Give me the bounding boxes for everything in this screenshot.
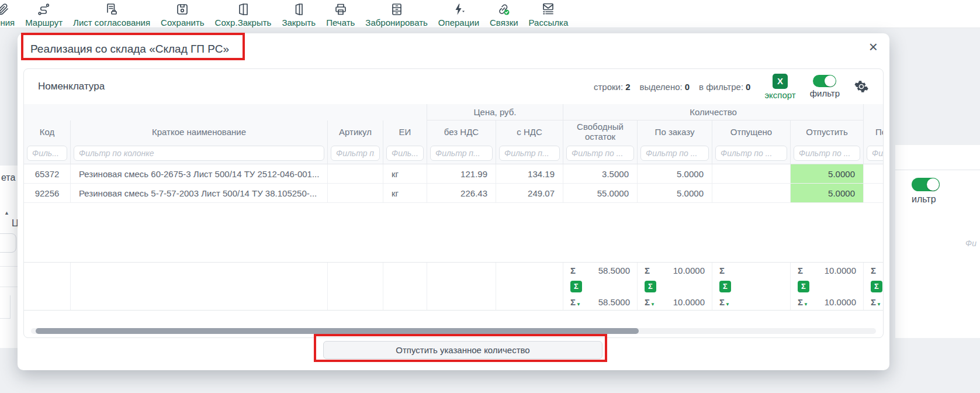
col-header-released[interactable]: Отпущено — [712, 120, 791, 143]
table-empty-area — [24, 203, 883, 262]
filter-input-price-no-vat[interactable] — [430, 146, 493, 161]
excel-export-icon: X — [773, 74, 788, 89]
filter-toggle-label: фильтр — [810, 88, 840, 98]
toolbar-item-label: Сохр.Закрыть — [215, 18, 272, 27]
divider — [10, 295, 11, 319]
panel-header: Номенклатура строки:2 выделено:0 в фильт… — [24, 69, 883, 104]
filter-cell — [383, 143, 427, 164]
col-header-code[interactable]: Код — [24, 120, 71, 143]
cell-price-no-vat: 121.99 — [427, 164, 496, 184]
sigma-sum-button[interactable]: Σ — [645, 281, 656, 292]
filter-input-by-order[interactable] — [640, 146, 709, 161]
close-icon[interactable]: × — [869, 39, 878, 54]
cell-po — [864, 164, 884, 184]
sigma-sum-button[interactable]: Σ — [719, 281, 731, 292]
filter-cell — [71, 143, 328, 164]
col-header-unit[interactable]: ЕИ — [383, 120, 427, 143]
toolbar-item-close[interactable]: Закрыть — [282, 2, 316, 27]
background-filter-placeholder-fragment: Фи — [965, 239, 976, 248]
horizontal-scrollbar-thumb[interactable] — [36, 328, 639, 334]
filter-input-po[interactable] — [867, 146, 884, 161]
cell-article — [328, 184, 383, 203]
filter-input-price-vat[interactable] — [499, 146, 560, 161]
toolbar-item-label: Маршрут — [25, 18, 63, 27]
sigma-filtered-icon: Σ▼ — [570, 297, 581, 307]
toolbar-item-reserve[interactable]: Забронировать — [365, 2, 428, 27]
in-filter-count: в фильтре:0 — [699, 82, 750, 92]
toolbar-item-attachments[interactable]: жения — [0, 2, 15, 27]
cell-to-release[interactable]: 5.0000 — [791, 184, 864, 203]
sum-by-order: Σ10.0000 — [638, 263, 712, 278]
table-row[interactable]: 65372 Резиновая смесь 60-2675-3 Лист 500… — [24, 164, 883, 184]
group-header-price: Цена, руб. — [427, 104, 563, 120]
panel-controls: строки:2 выделено:0 в фильтре:0 X экспор… — [594, 74, 869, 100]
toggle-knob-icon — [825, 75, 836, 87]
excel-export-button[interactable]: X экспорт — [764, 74, 795, 100]
toolbar-item-route[interactable]: Маршрут — [25, 2, 63, 27]
cell-released — [712, 164, 791, 184]
divider — [0, 266, 18, 267]
filtered-sum-by-order: Σ▼10.0000 — [638, 294, 712, 310]
col-header-price-no-vat[interactable]: без НДС — [427, 120, 496, 143]
filter-input-name[interactable] — [74, 146, 324, 161]
release-quantity-button[interactable]: Отпустить указанное количество — [323, 341, 602, 359]
filter-input-free-stock[interactable] — [566, 146, 634, 161]
toolbar-item-operations[interactable]: Операции — [438, 2, 479, 27]
toolbar-item-approval-sheet[interactable]: Лист согласования — [73, 2, 150, 27]
table-header: Цена, руб. Количество Код Краткое наимен… — [24, 104, 883, 164]
toolbar-item-label: Лист согласования — [73, 18, 150, 27]
filter-input-released[interactable] — [715, 146, 787, 161]
table-row[interactable]: 92256 Резиновая смесь 5-7-57-2003 Лист 5… — [24, 184, 883, 203]
sort-asc-icon: ▲ — [4, 210, 9, 216]
route-icon — [36, 2, 51, 17]
toolbar-item-label: Рассылка — [529, 18, 569, 27]
divider — [895, 170, 980, 170]
toolbar-item-links[interactable]: Связки — [490, 2, 518, 27]
sigma-sum-button[interactable]: Σ — [871, 281, 882, 292]
filter-input-code[interactable] — [27, 146, 67, 161]
filter-input-article[interactable] — [331, 146, 380, 161]
filter-input-unit[interactable] — [386, 146, 424, 161]
totals-filtered-sum-row: Σ▼58.5000 Σ▼10.0000 Σ▼ Σ▼10.0000 Σ▼ — [24, 294, 883, 310]
toolbar-item-label: Печать — [326, 18, 355, 27]
toolbar-item-save-close[interactable]: Сохр.Закрыть — [215, 2, 272, 27]
cell-by-order: 5.0000 — [638, 184, 712, 203]
nomenclature-panel: Номенклатура строки:2 выделено:0 в фильт… — [23, 68, 884, 338]
envelope-icon — [541, 2, 556, 17]
toolbar-item-print[interactable]: Печать — [326, 2, 355, 27]
sum-to-release: Σ10.0000 — [791, 263, 864, 278]
filter-cell — [791, 143, 864, 164]
col-header-price-vat[interactable]: с НДС — [496, 120, 563, 143]
background-left-bottom-fragment — [0, 295, 18, 348]
sigma-sum-button[interactable]: Σ — [570, 281, 582, 292]
filter-cell — [712, 143, 791, 164]
filter-input-to-release[interactable] — [794, 146, 860, 161]
filter-toggle[interactable]: фильтр — [810, 75, 840, 98]
lightning-icon — [451, 2, 466, 17]
toolbar-item-mailing[interactable]: Рассылка — [529, 2, 569, 27]
col-header-po[interactable]: По — [864, 120, 884, 143]
filter-cell — [864, 143, 884, 164]
toolbar-item-label: Операции — [438, 18, 479, 27]
col-header-free-stock[interactable]: Свободный остаток — [563, 120, 638, 143]
col-header-name[interactable]: Краткое наименование — [71, 120, 328, 143]
gear-icon[interactable] — [854, 79, 869, 94]
col-header-by-order[interactable]: По заказу — [638, 120, 712, 143]
cell-to-release[interactable]: 5.0000 — [791, 164, 864, 184]
toolbar-item-save[interactable]: Сохранить — [161, 2, 205, 27]
group-header-blank — [864, 104, 884, 120]
sigma-filtered-icon: Σ▼ — [645, 297, 655, 307]
approval-sheet-icon — [104, 2, 119, 17]
toggle-switch-icon — [813, 75, 836, 87]
save-icon — [175, 2, 190, 17]
col-header-to-release[interactable]: Отпустить — [791, 120, 864, 143]
horizontal-scrollbar-track[interactable] — [31, 328, 876, 334]
col-header-article[interactable]: Артикул — [328, 120, 383, 143]
background-filter-input-fragment — [0, 233, 16, 253]
sigma-sum-button[interactable]: Σ — [798, 281, 809, 292]
release-from-warehouse-dialog: Реализация со склада «Склад ГП РС» × Ном… — [18, 33, 889, 370]
background-filter-toggle[interactable] — [912, 178, 940, 191]
group-header-quantity: Количество — [563, 104, 864, 120]
sum-po: Σ — [864, 263, 884, 278]
cell-code: 65372 — [24, 164, 71, 184]
